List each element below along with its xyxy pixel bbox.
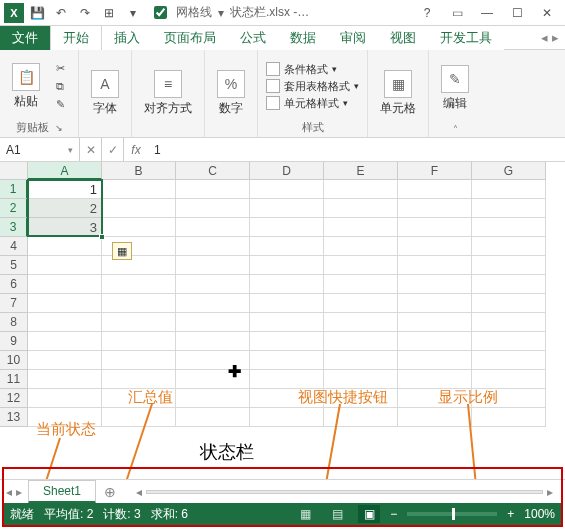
row-header-3[interactable]: 3 <box>0 218 28 237</box>
tab-data[interactable]: 数据 <box>278 26 328 50</box>
namebox-dropdown-icon[interactable]: ▾ <box>68 145 73 155</box>
copy-icon[interactable]: ⧉ <box>50 78 70 94</box>
row-header-6[interactable]: 6 <box>0 275 28 294</box>
row-header-12[interactable]: 12 <box>0 389 28 408</box>
cell[interactable] <box>28 332 102 351</box>
cell[interactable] <box>324 237 398 256</box>
cell[interactable] <box>176 313 250 332</box>
row-header-2[interactable]: 2 <box>0 199 28 218</box>
col-header-e[interactable]: E <box>324 162 398 180</box>
cancel-formula-icon[interactable]: ✕ <box>80 138 102 161</box>
cell[interactable] <box>398 332 472 351</box>
cell[interactable] <box>324 180 398 199</box>
save-icon[interactable]: 💾 <box>26 2 48 24</box>
cell[interactable] <box>472 351 546 370</box>
cell[interactable] <box>176 408 250 427</box>
tab-home[interactable]: 开始 <box>50 25 102 50</box>
cell-a1[interactable]: 1 <box>28 180 102 199</box>
tab-layout[interactable]: 页面布局 <box>152 26 228 50</box>
cell[interactable] <box>250 199 324 218</box>
cell[interactable] <box>324 256 398 275</box>
zoom-in-icon[interactable]: + <box>507 507 514 521</box>
cell[interactable] <box>250 237 324 256</box>
tab-view[interactable]: 视图 <box>378 26 428 50</box>
conditional-format-button[interactable]: 条件格式▾ <box>266 62 359 77</box>
cell[interactable] <box>398 389 472 408</box>
fx-icon[interactable]: fx <box>124 138 148 161</box>
cell[interactable] <box>324 351 398 370</box>
cell[interactable] <box>472 408 546 427</box>
zoom-out-icon[interactable]: − <box>390 507 397 521</box>
cell[interactable] <box>398 294 472 313</box>
col-header-f[interactable]: F <box>398 162 472 180</box>
formula-input[interactable]: 1 <box>148 138 565 161</box>
cell-a2[interactable]: 2 <box>28 199 102 218</box>
cell[interactable] <box>250 351 324 370</box>
cell[interactable] <box>176 294 250 313</box>
cell[interactable] <box>324 294 398 313</box>
ribbon-collapse-icon[interactable]: ˄ <box>453 124 458 135</box>
cell[interactable] <box>250 389 324 408</box>
cell[interactable] <box>398 180 472 199</box>
cell[interactable] <box>176 237 250 256</box>
cell[interactable] <box>176 199 250 218</box>
cell[interactable] <box>472 218 546 237</box>
cell[interactable] <box>102 199 176 218</box>
cell[interactable] <box>398 199 472 218</box>
close-icon[interactable]: ✕ <box>533 2 561 24</box>
select-all-corner[interactable] <box>0 162 28 180</box>
row-header-4[interactable]: 4 <box>0 237 28 256</box>
cell[interactable] <box>324 218 398 237</box>
dialog-launcher-icon[interactable]: ↘ <box>55 123 63 133</box>
format-painter-icon[interactable]: ✎ <box>50 96 70 112</box>
cell[interactable] <box>250 332 324 351</box>
zoom-level[interactable]: 100% <box>524 507 555 521</box>
cell[interactable] <box>28 275 102 294</box>
cell[interactable] <box>176 180 250 199</box>
paste-button[interactable]: 📋 粘贴 <box>8 61 44 112</box>
cell[interactable] <box>472 389 546 408</box>
cell[interactable] <box>176 370 250 389</box>
table-format-button[interactable]: 套用表格格式▾ <box>266 79 359 94</box>
sheet-nav-next-icon[interactable]: ▸ <box>16 485 22 499</box>
undo-icon[interactable]: ↶ <box>50 2 72 24</box>
accept-formula-icon[interactable]: ✓ <box>102 138 124 161</box>
number-button[interactable]: %数字 <box>213 68 249 119</box>
cell[interactable] <box>472 237 546 256</box>
col-header-b[interactable]: B <box>102 162 176 180</box>
cell[interactable] <box>28 237 102 256</box>
sheet-nav-prev-icon[interactable]: ◂ <box>6 485 12 499</box>
cell[interactable] <box>102 370 176 389</box>
col-header-a[interactable]: A <box>28 162 102 180</box>
cell[interactable] <box>472 256 546 275</box>
scroll-right-icon[interactable]: ▸ <box>543 485 557 499</box>
cell[interactable] <box>176 275 250 294</box>
cell[interactable] <box>102 389 176 408</box>
cell[interactable] <box>250 275 324 294</box>
cell[interactable] <box>102 294 176 313</box>
cell[interactable] <box>28 408 102 427</box>
view-normal-icon[interactable]: ▦ <box>294 505 316 523</box>
cell[interactable] <box>472 370 546 389</box>
zoom-slider[interactable] <box>407 512 497 516</box>
cell[interactable] <box>398 408 472 427</box>
cell[interactable] <box>250 313 324 332</box>
qat-icon[interactable]: ⊞ <box>98 2 120 24</box>
cell[interactable] <box>472 180 546 199</box>
cell[interactable] <box>472 332 546 351</box>
cell[interactable] <box>176 256 250 275</box>
add-sheet-icon[interactable]: ⊕ <box>96 484 124 500</box>
cell[interactable] <box>250 256 324 275</box>
cell[interactable] <box>472 294 546 313</box>
cell[interactable] <box>472 313 546 332</box>
cell[interactable] <box>250 218 324 237</box>
gridlines-checkbox[interactable] <box>154 6 167 19</box>
editing-button[interactable]: ✎编辑 <box>437 63 473 114</box>
tab-scroll-left-icon[interactable]: ◂ <box>541 30 548 45</box>
cell[interactable] <box>28 256 102 275</box>
tab-review[interactable]: 审阅 <box>328 26 378 50</box>
cell[interactable] <box>28 313 102 332</box>
cell[interactable] <box>398 256 472 275</box>
cell[interactable] <box>324 408 398 427</box>
row-header-1[interactable]: 1 <box>0 180 28 199</box>
